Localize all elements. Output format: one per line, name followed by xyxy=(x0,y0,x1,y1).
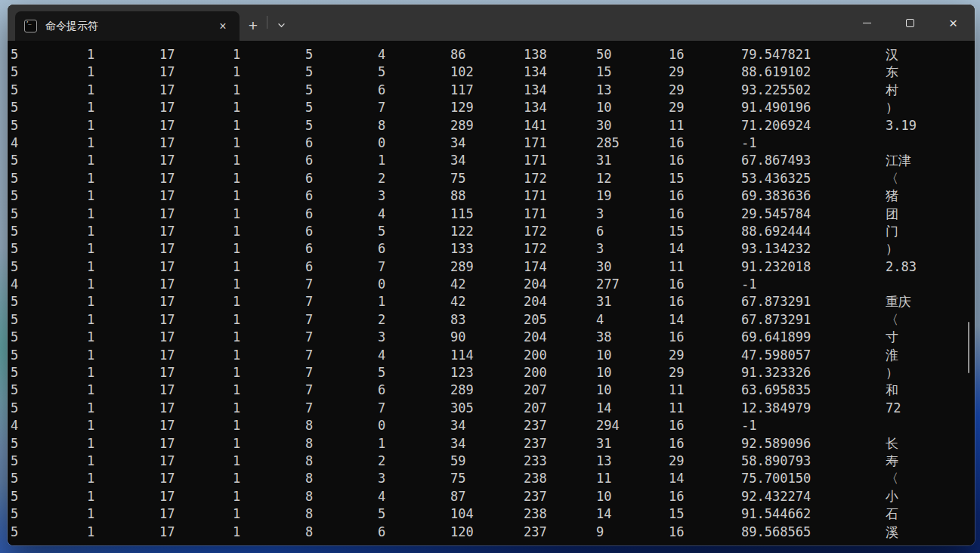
cell: 1 xyxy=(378,293,450,310)
cell: 1 xyxy=(378,152,450,169)
cell: 171 xyxy=(524,205,596,223)
cell: 289 xyxy=(450,117,524,134)
cell: 15 xyxy=(669,170,741,187)
cell: 16 xyxy=(669,417,741,434)
cell: 75 xyxy=(450,470,524,487)
cell: 10 xyxy=(596,347,669,364)
cell: 171 xyxy=(524,152,596,169)
cell: 59 xyxy=(450,453,524,470)
close-button[interactable]: × xyxy=(932,8,975,38)
cell: 237 xyxy=(524,435,596,453)
cell: 8 xyxy=(378,117,450,134)
cell: 1 xyxy=(233,258,305,276)
cell: 17 xyxy=(159,99,233,116)
cell: 5 xyxy=(378,223,450,240)
cell: 1 xyxy=(233,417,305,434)
cell: 285 xyxy=(596,134,669,152)
cell: 93.134232 xyxy=(741,240,886,258)
cell: 88.692444 xyxy=(741,223,886,240)
new-tab-button[interactable]: + xyxy=(240,11,267,41)
terminal-row: 5117156117134132993.225502村 xyxy=(8,82,975,99)
cell: 5 xyxy=(11,382,87,399)
cell: 10 xyxy=(596,99,669,116)
cell: 7 xyxy=(305,347,378,364)
terminal-row: 511715486138501679.547821汉 xyxy=(8,46,975,63)
cell: 1 xyxy=(87,82,159,99)
cell: 277 xyxy=(596,276,669,293)
cell: 1 xyxy=(233,453,305,470)
cell: 5 xyxy=(378,505,450,523)
cell: 4 xyxy=(11,276,87,293)
terminal-row: 511718259233132958.890793寿 xyxy=(8,453,975,470)
cell: 15 xyxy=(669,505,741,523)
tab-dropdown-button[interactable] xyxy=(267,11,295,41)
cell: 205 xyxy=(524,311,596,329)
cell: 171 xyxy=(524,187,596,205)
cell: 129 xyxy=(450,99,524,116)
cell: 7 xyxy=(305,400,378,417)
cell: 汉 xyxy=(886,46,975,63)
cell: 238 xyxy=(524,470,596,487)
scrollbar-thumb[interactable] xyxy=(968,322,969,373)
cell: 138 xyxy=(524,46,596,63)
cell: 16 xyxy=(669,524,741,541)
cell: 4 xyxy=(378,347,450,364)
cell: 6 xyxy=(305,134,378,152)
cell: 1 xyxy=(87,488,159,505)
cell: 29 xyxy=(669,453,741,470)
terminal-row: 511717390204381669.641899寸 xyxy=(8,329,975,346)
cell: 6 xyxy=(305,205,378,223)
tab-close-icon[interactable]: × xyxy=(214,17,232,36)
cell: 17 xyxy=(159,240,233,258)
cell: 9 xyxy=(596,524,669,541)
titlebar[interactable]: 命令提示符 × + × xyxy=(8,5,975,41)
cell: 6 xyxy=(378,240,450,258)
tab-command-prompt[interactable]: 命令提示符 × xyxy=(15,11,240,41)
cell: 172 xyxy=(524,223,596,240)
cell: 72 xyxy=(886,400,975,417)
cell: 2 xyxy=(378,453,450,470)
cell: 31 xyxy=(596,293,669,310)
cell: 2.83 xyxy=(886,258,975,276)
cell: 6 xyxy=(305,240,378,258)
terminal-row: 511716134171311667.867493江津 xyxy=(8,152,975,169)
cell: 5 xyxy=(11,99,87,116)
cell: 5 xyxy=(11,258,87,276)
cell: 289 xyxy=(450,258,524,276)
maximize-button[interactable] xyxy=(889,8,932,38)
cell: 1 xyxy=(233,152,305,169)
cell: 172 xyxy=(524,240,596,258)
cell: 1 xyxy=(87,258,159,276)
terminal-output[interactable]: 511715486138501679.547821汉51171551021341… xyxy=(8,41,975,545)
terminal-row: 5117176289207101163.695835和 xyxy=(8,382,975,399)
cell: 0 xyxy=(378,417,450,434)
cell: 47.598057 xyxy=(741,347,886,364)
cell: 长 xyxy=(886,435,975,453)
cell: 5 xyxy=(11,152,87,169)
cell: 1 xyxy=(87,435,159,453)
cell: 238 xyxy=(524,505,596,523)
cell: 67.867493 xyxy=(741,152,886,169)
cell: 3 xyxy=(378,329,450,346)
cell: 7 xyxy=(305,276,378,293)
terminal-row: 5117177305207141112.38497972 xyxy=(8,400,975,417)
minimize-button[interactable] xyxy=(846,8,889,38)
cell: 8 xyxy=(305,417,378,434)
cell: 17 xyxy=(159,364,233,382)
cell: 16 xyxy=(669,276,741,293)
cell: 67.873291 xyxy=(741,293,886,310)
cell: 88 xyxy=(450,187,524,205)
cell: 42 xyxy=(450,276,524,293)
cell: -1 xyxy=(741,134,886,152)
cell: 16 xyxy=(669,134,741,152)
cell: 4 xyxy=(378,205,450,223)
cell: 91.544662 xyxy=(741,505,886,523)
cell: 1 xyxy=(87,223,159,240)
cell: 1 xyxy=(87,417,159,434)
cell: 134 xyxy=(524,82,596,99)
cell: 17 xyxy=(159,488,233,505)
cell: 14 xyxy=(669,470,741,487)
cell: 寸 xyxy=(886,329,975,346)
cell: 31 xyxy=(596,152,669,169)
cell: 1 xyxy=(233,82,305,99)
